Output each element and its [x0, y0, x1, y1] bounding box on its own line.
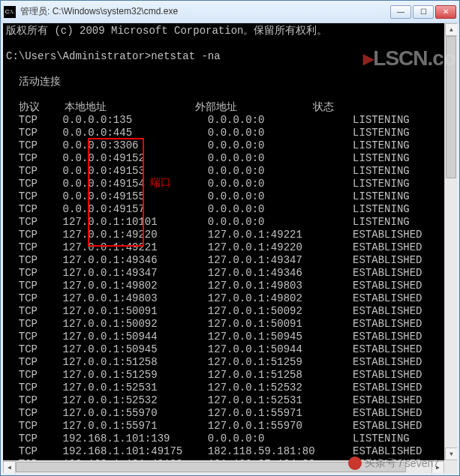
- terminal-output[interactable]: 版权所有 (c) 2009 Microsoft Corporation。保留所有…: [3, 23, 457, 475]
- window-controls: — ☐ ✕: [390, 5, 456, 19]
- scroll-thumb-horizontal[interactable]: [16, 462, 406, 472]
- horizontal-scrollbar[interactable]: ◀ ▶: [3, 460, 444, 473]
- cmd-icon: C:\.: [4, 6, 16, 18]
- close-button[interactable]: ✕: [435, 5, 456, 19]
- window-title: 管理员: C:\Windows\system32\cmd.exe: [20, 5, 390, 18]
- scroll-up-button[interactable]: ▲: [445, 23, 458, 36]
- cmd-window: C:\. 管理员: C:\Windows\system32\cmd.exe — …: [0, 0, 460, 476]
- titlebar[interactable]: C:\. 管理员: C:\Windows\system32\cmd.exe — …: [1, 1, 459, 23]
- vertical-scrollbar[interactable]: ▲ ▼: [444, 23, 457, 460]
- maximize-button[interactable]: ☐: [413, 5, 434, 19]
- terminal-area: 版权所有 (c) 2009 Microsoft Corporation。保留所有…: [1, 23, 459, 475]
- scroll-left-button[interactable]: ◀: [3, 461, 16, 474]
- minimize-button[interactable]: —: [390, 5, 411, 19]
- scrollbar-corner: [444, 460, 457, 473]
- scroll-right-button[interactable]: ▶: [431, 461, 444, 474]
- scroll-down-button[interactable]: ▼: [445, 448, 458, 460]
- scroll-track-vertical[interactable]: [445, 36, 457, 448]
- scroll-thumb-vertical[interactable]: [446, 36, 456, 178]
- scroll-track-horizontal[interactable]: [16, 461, 431, 473]
